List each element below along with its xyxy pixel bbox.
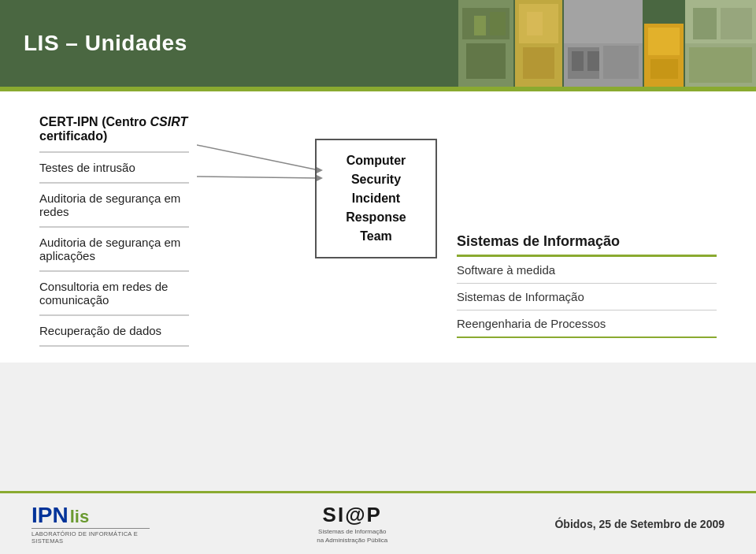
cert-section: CERT-IPN (Centro CSIRT certificado) (39, 115, 189, 143)
main-content: CERT-IPN (Centro CSIRT certificado) Test… (0, 91, 756, 363)
header-img-svg-2 (515, 0, 562, 87)
cert-heading: CERT-IPN (Centro CSIRT certificado) (39, 115, 189, 143)
siap-logo-block: SI@P Sistemas de Informação na Administr… (317, 503, 387, 545)
sistemas-header: Sistemas de Informação (457, 233, 717, 257)
header-img-svg-5 (685, 0, 756, 87)
svg-rect-7 (523, 47, 554, 79)
svg-rect-16 (648, 28, 680, 55)
right-panel: Sistemas de Informação Software à medida… (449, 115, 717, 347)
lis-text: lis (70, 507, 89, 527)
header-img-2 (515, 0, 562, 87)
sistemas-item: Sistemas de Informação (457, 284, 717, 310)
list-item: Auditoria de segurança em redes (39, 182, 189, 226)
svg-rect-13 (572, 51, 584, 71)
footer-date: Óbidos, 25 de Setembro de 2009 (554, 518, 724, 530)
svg-rect-21 (693, 8, 717, 39)
page-title: LIS – Unidades (24, 31, 187, 56)
csirt-line1: Computer (346, 154, 406, 167)
svg-rect-2 (466, 43, 506, 79)
siap-main-text: SI@P (317, 503, 387, 527)
csirt-line2: Security Incident (351, 173, 401, 205)
svg-rect-8 (527, 12, 543, 35)
header-img-3 (564, 0, 643, 87)
svg-rect-3 (474, 16, 486, 35)
header-img-svg-4 (644, 24, 684, 87)
title-text: LIS – Unidades (24, 31, 187, 55)
ipn-subtitle: LABORATÓRIO DE INFORMÁTICA E SISTEMAS (32, 528, 150, 545)
header-img-5 (685, 0, 756, 87)
list-item: Consultoria em redes de comunicação (39, 270, 189, 314)
left-panel: CERT-IPN (Centro CSIRT certificado) Test… (39, 115, 197, 347)
list-item: Recuperação de dados (39, 314, 189, 347)
sistemas-item: Software à medida (457, 257, 717, 284)
cert-csirt: CSIRT (150, 115, 187, 128)
csirt-box-text: Computer Security Incident Response Team (331, 151, 421, 246)
header-img-svg-1 (458, 0, 513, 87)
cert-certificado: certificado) (39, 129, 107, 143)
items-list: Testes de intrusão Auditoria de seguranç… (39, 151, 189, 347)
header-images (457, 0, 756, 87)
header: LIS – Unidades (0, 0, 756, 87)
svg-rect-10 (564, 0, 643, 43)
ipn-logo: IPN lis LABORATÓRIO DE INFORMÁTICA E SIS… (32, 503, 150, 545)
siap-sub2: na Administração Pública (317, 537, 387, 544)
cert-label: CERT-IPN (39, 115, 98, 128)
footer: IPN lis LABORATÓRIO DE INFORMÁTICA E SIS… (0, 491, 756, 554)
svg-rect-4 (490, 12, 506, 35)
svg-rect-22 (721, 8, 752, 39)
svg-line-23 (197, 145, 319, 170)
middle-section: Computer Security Incident Response Team (197, 115, 449, 347)
cert-paren-open: (Centro (102, 115, 150, 128)
svg-line-24 (197, 177, 319, 178)
svg-rect-14 (587, 51, 599, 71)
list-item: Testes de intrusão (39, 151, 189, 182)
svg-rect-20 (689, 47, 752, 83)
siap-sub: Sistemas de Informação na Administração … (317, 527, 387, 545)
ipn-text: IPN (32, 503, 69, 528)
siap-logo: SI@P Sistemas de Informação na Administr… (150, 503, 554, 545)
header-img-4 (644, 24, 684, 87)
csirt-box: Computer Security Incident Response Team (315, 139, 437, 258)
list-item: Auditoria de segurança em aplicações (39, 226, 189, 270)
sistemas-item: Reengenharia de Processos (457, 310, 717, 338)
svg-rect-17 (650, 59, 678, 79)
siap-sub1: Sistemas de Informação (318, 528, 386, 535)
header-img-1 (458, 0, 513, 87)
csirt-line3: Response Team (346, 210, 406, 243)
svg-rect-12 (603, 46, 639, 79)
header-img-svg-3 (564, 0, 643, 87)
